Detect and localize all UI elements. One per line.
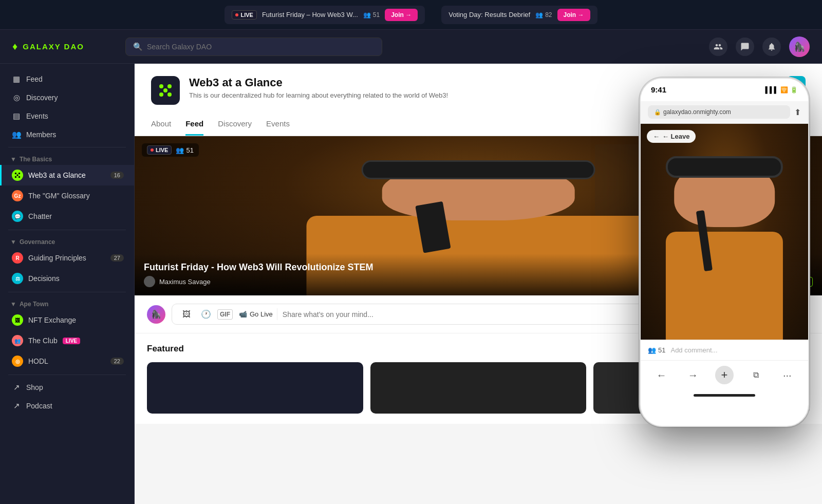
sidebar-divider-4 [8,375,126,375]
featured-card-2[interactable] [370,362,587,414]
group-header: Web3 at a Glance This is our decentraliz… [135,64,822,136]
live-event-1[interactable]: LIVE Futurist Friday – How Web3 W... 👥 5… [225,6,425,24]
sidebar-label-the-club: The Club [28,337,58,345]
sidebar-item-events[interactable]: ▤ Events [0,107,134,125]
sidebar-label-feed: Feed [26,75,43,83]
svg-point-3 [18,176,21,178]
featured-card-3[interactable] [593,362,810,414]
sidebar-item-gm-glossary[interactable]: Gz The "GM" Glossary [0,185,134,206]
group-avatar [151,76,180,105]
section-the-basics[interactable]: ▼ The Basics [0,151,134,165]
main-content: Web3 at a Glance This is our decentraliz… [135,64,822,504]
composer-avatar: 🦍 [147,305,165,324]
decisions-dot: ⚖ [12,273,23,284]
sidebar-divider-1 [8,147,126,147]
video-author-row: Maximus Savage ♦ Web3 at a Glance ❘ [144,276,813,287]
group-title-row: Web3 at a Glance This is our decentraliz… [151,76,806,105]
join-button-2[interactable]: Join → [557,9,590,21]
sidebar-label-discovery: Discovery [26,94,58,102]
featured-cards [147,362,810,414]
sidebar-item-guiding-principles[interactable]: R Guiding Principles 27 [0,248,134,268]
guiding-principles-badge: 27 [110,254,124,262]
sidebar-item-podcast[interactable]: ↗ Podcast [0,397,134,415]
sidebar-item-feed[interactable]: ▦ Feed [0,70,134,88]
video-member-count: 👥 51 [176,146,193,154]
sidebar-divider-3 [8,292,126,292]
event-title-1: Futurist Friday – How Web3 W... [262,11,358,18]
notifications-icon[interactable] [762,38,781,56]
gif-button[interactable]: GIF [217,309,233,320]
join-button-1[interactable]: Join → [385,9,418,21]
video-group-tag: ♦ Web3 at a Glance ❘ [747,277,813,287]
composer-input[interactable] [283,310,790,319]
svg-point-2 [15,176,17,178]
event-title-2: Voting Day: Results Debrief [449,11,530,18]
sidebar-label-events: Events [26,112,48,120]
video-live-badge: LIVE 👥 51 [142,143,199,157]
sidebar-item-chatter[interactable]: 💬 Chatter [0,206,134,227]
svg-point-1 [18,173,21,175]
add-button[interactable]: + [787,76,806,95]
discovery-icon: ◎ [12,93,21,102]
sidebar-label-nft-exchange: NFT Exchange [28,316,76,324]
user-avatar[interactable]: 🦍 [789,36,810,57]
video-live-text: LIVE [147,145,172,155]
sidebar-item-hodl[interactable]: ◎ HODL 22 [0,351,134,371]
sidebar: ▦ Feed ◎ Discovery ▤ Events 👥 Members ▼ … [0,64,135,504]
featured-section: Featured [135,333,822,424]
video-author: Maximus Savage [144,276,211,287]
section-governance[interactable]: ▼ Governance [0,233,134,248]
go-live-button[interactable]: 📹 Go Live [235,308,277,320]
sidebar-label-members: Members [26,130,56,139]
svg-point-7 [159,92,163,97]
author-avatar [144,276,155,287]
sidebar-item-discovery[interactable]: ◎ Discovery [0,88,134,107]
guiding-principles-dot: R [12,252,23,264]
friends-icon[interactable] [709,38,727,56]
video-title: Futurist Friday - How Web3 Will Revoluti… [144,262,813,273]
sidebar-item-decisions[interactable]: ⚖ Decisions [0,268,134,289]
tab-events[interactable]: Events [266,114,290,136]
live-video-container: LIVE 👥 51 Futurist Friday - How Web3 Wil… [135,136,822,295]
svg-point-6 [167,84,172,88]
logo-text: GALAXY DAO [23,42,84,51]
video-live-dot [151,148,154,152]
post-composer: 🦍 🖼 🕐 GIF 📹 Go Live 😊 [135,295,822,333]
svg-point-0 [15,173,17,175]
live-event-2[interactable]: Voting Day: Results Debrief 👥 82 Join → [441,6,597,24]
the-club-dot: 👥 [12,335,23,346]
gm-glossary-dot: Gz [12,190,23,201]
chat-icon[interactable] [736,38,754,56]
sidebar-label-web3-glance: Web3 at a Glance [28,171,86,179]
sidebar-label-hodl: HODL [28,357,48,365]
sidebar-item-web3-glance[interactable]: Web3 at a Glance 16 [0,165,134,185]
group-info: Web3 at a Glance This is our decentraliz… [189,76,778,99]
event-members-2: 👥 82 [535,11,552,18]
sidebar-label-podcast: Podcast [26,402,52,410]
sidebar-item-members[interactable]: 👥 Members [0,125,134,144]
tab-about[interactable]: About [151,114,171,136]
logo[interactable]: ♦ GALAXY DAO [12,41,115,52]
the-club-live-badge: LIVE [63,338,80,344]
emoji-button[interactable]: 😊 [792,309,803,320]
events-icon: ▤ [12,111,21,121]
featured-card-1[interactable] [147,362,363,414]
search-input[interactable] [147,43,375,51]
image-button[interactable]: 🖼 [178,308,195,321]
search-bar-container[interactable]: 🔍 [125,38,382,56]
sidebar-divider-2 [8,230,126,230]
tab-discovery[interactable]: Discovery [218,114,252,136]
sidebar-label-guiding-principles: Guiding Principles [28,254,86,262]
sidebar-item-nft-exchange[interactable]: 🖼 NFT Exchange [0,310,134,330]
sidebar-label-shop: Shop [26,383,43,391]
clock-button[interactable]: 🕐 [197,307,215,321]
search-icon: 🔍 [133,42,143,51]
tab-feed[interactable]: Feed [185,114,203,136]
section-ape-town[interactable]: ▼ Ape Town [0,295,134,310]
sidebar-item-shop[interactable]: ↗ Shop [0,378,134,397]
sidebar-label-decisions: Decisions [28,274,60,283]
shop-icon: ↗ [12,383,21,392]
logo-icon: ♦ [12,41,18,52]
composer-actions: 🖼 🕐 GIF 📹 Go Live 😊 [172,304,810,325]
sidebar-item-the-club[interactable]: 👥 The Club LIVE [0,330,134,351]
